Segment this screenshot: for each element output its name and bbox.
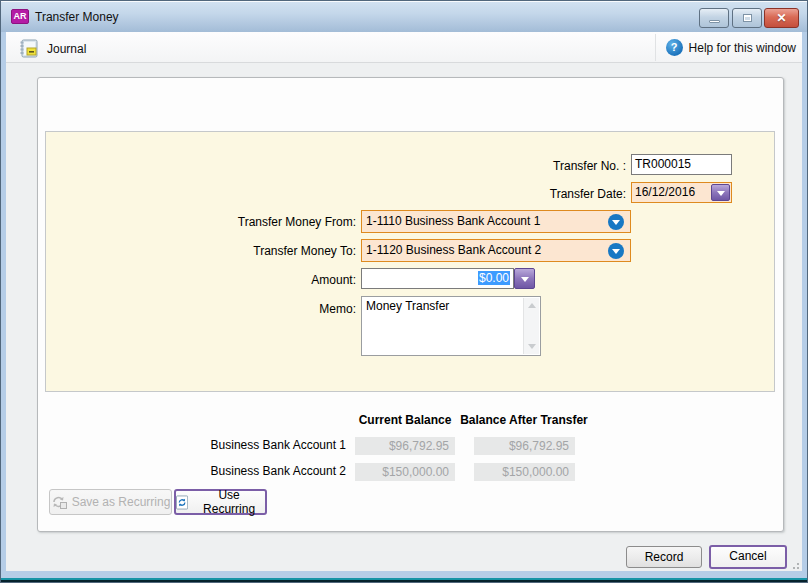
minimize-button[interactable] (699, 8, 729, 28)
window-border-bottom (1, 571, 807, 578)
account-to-dropdown[interactable] (608, 243, 624, 259)
transfer-from-field[interactable]: 1-1110 Business Bank Account 1 (361, 210, 631, 233)
window-border-left (1, 32, 6, 571)
maximize-button[interactable] (732, 8, 762, 28)
save-as-recurring-label: Save as Recurring (72, 495, 171, 509)
account-1-current-balance: $96,792.95 (355, 437, 455, 455)
window-title: Transfer Money (35, 10, 119, 24)
record-button[interactable]: Record (626, 546, 702, 568)
memo-textarea[interactable]: Money Transfer (361, 296, 541, 356)
chevron-down-icon (612, 249, 620, 254)
journal-icon (18, 39, 40, 59)
account-2-label: Business Bank Account 2 (141, 464, 346, 478)
cancel-button[interactable]: Cancel (709, 545, 787, 569)
transfer-date-input[interactable]: 16/12/2016 (631, 182, 732, 203)
save-as-recurring-button: Save as Recurring (49, 489, 172, 515)
scroll-up-icon (528, 303, 536, 308)
journal-label: Journal (47, 42, 86, 56)
account-1-label: Business Bank Account 1 (141, 438, 346, 452)
transfer-from-label: Transfer Money From: (161, 213, 356, 231)
chevron-down-icon (717, 191, 725, 196)
transfer-date-value: 16/12/2016 (635, 185, 695, 199)
amount-input[interactable]: $0.00 (361, 268, 514, 289)
bottom-edge-line (1, 580, 807, 582)
chevron-down-icon (612, 220, 620, 225)
use-recurring-label: Use Recurring (193, 488, 265, 516)
account-2-current-balance: $150,000.00 (355, 463, 455, 481)
toolbar: Journal ? Help for this window (6, 32, 804, 63)
transfer-date-label: Transfer Date: (441, 185, 626, 203)
transfer-money-window: AR Transfer Money ✕ Journal ? Help for t… (0, 0, 808, 583)
transfer-no-input[interactable]: TR000015 (631, 154, 732, 175)
account-from-dropdown[interactable] (608, 214, 624, 230)
transfer-to-label: Transfer Money To: (161, 242, 356, 260)
help-link[interactable]: ? Help for this window (655, 34, 796, 61)
memo-value: Money Transfer (366, 299, 449, 313)
amount-label: Amount: (161, 271, 356, 289)
window-border-right (802, 32, 807, 571)
account-1-after-balance: $96,792.95 (474, 437, 575, 455)
transfer-no-label: Transfer No. : (441, 157, 626, 175)
current-balance-header: Current Balance (345, 413, 465, 427)
app-logo-icon: AR (11, 9, 29, 24)
close-button[interactable]: ✕ (764, 8, 799, 28)
save-recurring-icon (51, 495, 67, 509)
use-recurring-button[interactable]: Use Recurring (174, 489, 267, 515)
help-label: Help for this window (689, 41, 796, 55)
maximize-icon (743, 14, 752, 22)
chevron-down-icon (521, 277, 529, 282)
journal-button[interactable]: Journal (14, 34, 94, 61)
titlebar[interactable]: AR Transfer Money ✕ (1, 1, 807, 32)
transfer-to-value: 1-1120 Business Bank Account 2 (366, 243, 541, 257)
use-recurring-icon (176, 495, 188, 510)
transfer-to-field[interactable]: 1-1120 Business Bank Account 2 (361, 239, 631, 262)
memo-label: Memo: (161, 300, 356, 318)
account-2-after-balance: $150,000.00 (474, 463, 575, 481)
balance-after-header: Balance After Transfer (454, 413, 594, 427)
memo-scrollbar[interactable] (523, 298, 539, 354)
help-icon: ? (666, 39, 683, 56)
transfer-from-value: 1-1110 Business Bank Account 1 (366, 214, 540, 228)
scroll-down-icon (528, 344, 536, 349)
amount-value: $0.00 (478, 271, 510, 285)
minimize-icon (709, 20, 720, 23)
date-picker-dropdown[interactable] (711, 184, 730, 201)
amount-calculator-dropdown[interactable] (514, 268, 535, 289)
